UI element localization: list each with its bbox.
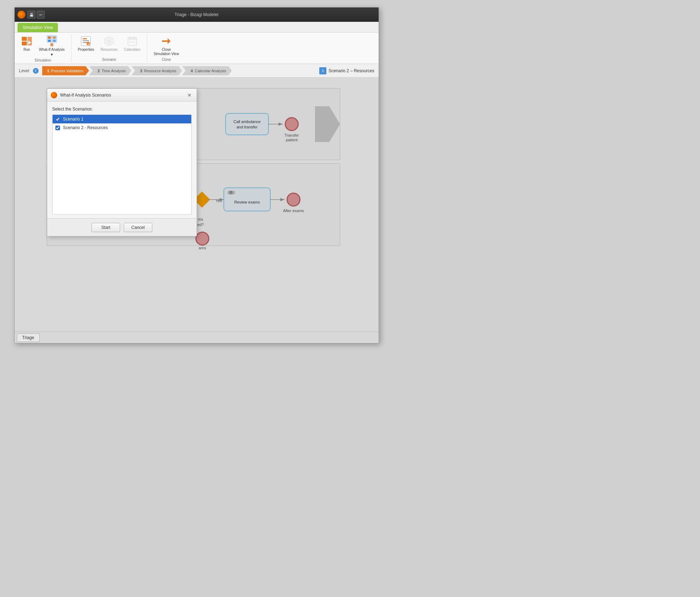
step-3-label: Resource Analysis: [144, 69, 177, 73]
level-bar: Level i 1 Process Validation 2 Time Anal…: [15, 64, 379, 78]
svg-rect-19: [128, 38, 137, 40]
svg-rect-11: [83, 38, 87, 39]
svg-marker-17: [106, 38, 112, 44]
svg-rect-8: [53, 40, 56, 42]
scenario-label: S Scenario 2 – Resources: [319, 67, 374, 74]
ribbon-item-close-sim[interactable]: CloseSimulation View: [152, 35, 181, 57]
close-sim-icon: [161, 35, 172, 47]
dialog-close-button[interactable]: ✕: [186, 92, 193, 99]
svg-rect-9: [50, 43, 53, 46]
svg-rect-23: [132, 41, 133, 43]
scenario-2-checkbox[interactable]: [55, 126, 60, 130]
ribbon-group-close-items: CloseSimulation View: [152, 35, 181, 57]
scenario-list: Scenario 1 Scenario 2 - Resources: [52, 114, 192, 215]
tab-simulation-view[interactable]: Simulation View: [18, 23, 58, 32]
ribbon-item-calendars[interactable]: Calendars: [122, 35, 143, 53]
level-step-1[interactable]: 1 Process Validation: [42, 66, 89, 75]
calendars-label: Calendars: [124, 48, 141, 52]
ribbon-group-simulation-items: Run What-If Analysis ▼: [19, 35, 67, 58]
bottom-tab-triage[interactable]: Triage: [17, 333, 40, 342]
ribbon-item-properties[interactable]: ⚙ Properties: [76, 35, 97, 53]
level-step-3[interactable]: 3 Resource Analysis: [132, 66, 182, 75]
resources-label: Resources: [100, 48, 118, 52]
ribbon-group-close: CloseSimulation View Close: [147, 34, 186, 62]
ribbon-tab-bar: Simulation View: [15, 22, 379, 33]
ribbon-group-close-label: Close: [162, 58, 171, 62]
svg-rect-6: [53, 36, 56, 39]
bottom-bar: Triage: [15, 332, 379, 343]
step-3-num: 3: [140, 69, 142, 73]
scenario-2-label: Scenario 2 - Resources: [63, 125, 108, 130]
svg-marker-25: [162, 38, 171, 44]
svg-rect-21: [134, 36, 135, 39]
scenario-icon: S: [319, 67, 326, 74]
step-1-label: Process Validation: [51, 69, 83, 73]
svg-rect-0: [22, 37, 27, 41]
svg-rect-24: [134, 41, 135, 43]
run-label: Run: [24, 48, 30, 52]
ribbon-group-simulation-label: Simulation: [35, 58, 51, 62]
scenario-item-2[interactable]: Scenario 2 - Resources: [53, 123, 191, 132]
dialog-footer: Start Cancel: [47, 218, 197, 236]
step-1-num: 1: [47, 69, 49, 73]
level-label: Level: [19, 68, 29, 73]
resources-icon: [103, 35, 115, 47]
level-info-icon[interactable]: i: [33, 68, 39, 74]
step-4-num: 4: [191, 69, 193, 73]
app-logo: [18, 11, 25, 19]
ribbon-group-scenario-label: Scenario: [102, 58, 116, 62]
properties-icon: ⚙: [80, 35, 92, 47]
save-button[interactable]: 💾: [28, 11, 35, 19]
select-label: Select the Scenarios:: [52, 107, 192, 112]
quick-access: 💾 ↩: [28, 11, 45, 19]
ribbon-group-simulation: Run What-If Analysis ▼: [15, 34, 72, 62]
step-2-num: 2: [98, 69, 100, 73]
step-4-label: Calendar Analysis: [194, 69, 226, 73]
undo-button[interactable]: ↩: [37, 11, 45, 19]
run-icon: [21, 35, 33, 47]
window-title: Triage - Bizagi Modeler: [174, 12, 219, 17]
ribbon: Run What-If Analysis ▼: [15, 33, 379, 64]
dialog-titlebar: What-If Analysis Scenarios ✕: [47, 89, 197, 102]
svg-rect-12: [83, 40, 89, 41]
close-sim-label: CloseSimulation View: [154, 48, 179, 56]
whatif-icon: [46, 35, 58, 47]
ribbon-group-scenario: ⚙ Properties Resources: [72, 34, 147, 62]
main-content: Call ambulance and transfer Transfer pat…: [15, 78, 379, 332]
whatif-label: What-If Analysis: [39, 48, 65, 52]
svg-text:⚙: ⚙: [87, 43, 90, 46]
dialog-logo: [51, 92, 57, 98]
scenario-name: Scenario 2 – Resources: [329, 68, 374, 73]
calendars-icon: [127, 35, 138, 47]
level-step-4[interactable]: 4 Calendar Analysis: [182, 66, 232, 75]
ribbon-group-scenario-items: ⚙ Properties Resources: [76, 35, 143, 57]
dialog-body: Select the Scenarios: Scenario 1 Scenari…: [47, 102, 197, 215]
svg-rect-7: [48, 40, 51, 42]
ribbon-item-whatif[interactable]: What-If Analysis ▼: [37, 35, 67, 58]
svg-rect-1: [22, 41, 27, 45]
svg-rect-2: [28, 37, 32, 45]
ribbon-item-resources[interactable]: Resources: [98, 35, 120, 53]
whatif-dialog: What-If Analysis Scenarios ✕ Select the …: [47, 88, 197, 236]
scenario-1-checkbox[interactable]: [55, 117, 60, 122]
scenario-item-1[interactable]: Scenario 1: [53, 115, 191, 123]
properties-label: Properties: [78, 48, 94, 52]
start-button[interactable]: Start: [92, 223, 120, 232]
dialog-overlay: What-If Analysis Scenarios ✕ Select the …: [15, 78, 379, 332]
dialog-title: What-If Analysis Scenarios: [60, 93, 183, 98]
whatif-arrow: ▼: [50, 53, 54, 57]
scenario-1-label: Scenario 1: [63, 117, 83, 122]
level-steps: 1 Process Validation 2 Time Analysis 3 R…: [42, 66, 232, 75]
svg-rect-5: [48, 36, 51, 39]
title-bar: 💾 ↩ Triage - Bizagi Modeler: [15, 8, 379, 22]
app-window: 💾 ↩ Triage - Bizagi Modeler Simulation V…: [14, 7, 379, 343]
svg-rect-20: [130, 36, 131, 39]
ribbon-item-run[interactable]: Run: [19, 35, 35, 53]
svg-rect-22: [129, 41, 131, 43]
cancel-button[interactable]: Cancel: [124, 223, 152, 232]
step-2-label: Time Analysis: [102, 69, 125, 73]
level-step-2[interactable]: 2 Time Analysis: [89, 66, 132, 75]
